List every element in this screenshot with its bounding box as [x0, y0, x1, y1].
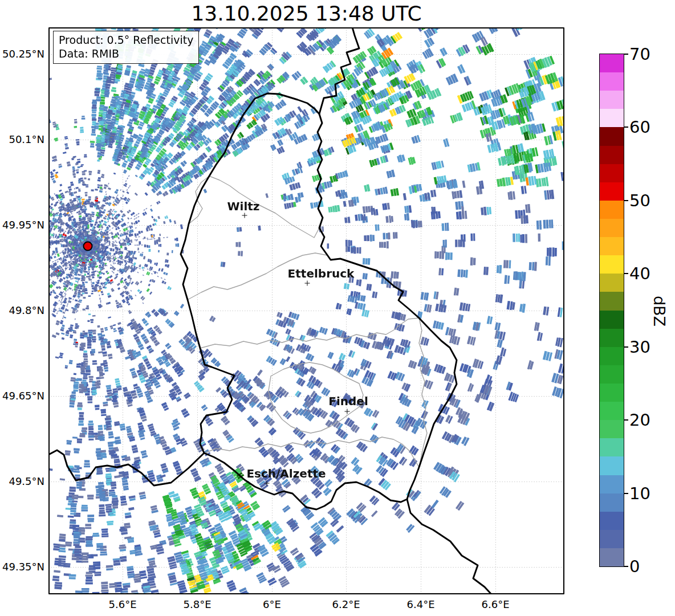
colorbar-tick-label: 20 — [629, 410, 650, 430]
colorbar-segment — [600, 329, 624, 347]
colorbar-segment — [600, 530, 624, 548]
lon-tick-label: 5.6°E — [109, 598, 137, 611]
lon-tick-label: 6.6°E — [482, 598, 510, 611]
colorbar-segment — [600, 91, 624, 109]
marker-bar — [347, 409, 348, 414]
lat-tick-label: 49.95°N — [0, 218, 44, 232]
colorbar-tick-mark — [624, 419, 628, 421]
lat-tick-label: 50.25°N — [0, 47, 44, 61]
colorbar-segment — [600, 438, 624, 456]
colorbar-segment — [600, 402, 624, 420]
colorbar-segment — [600, 420, 624, 438]
dbz-colorbar — [599, 54, 624, 567]
city-plus-marker — [305, 281, 310, 286]
colorbar-segment — [600, 146, 624, 164]
radar-echo-canvas — [48, 27, 564, 594]
city-label: Wiltz — [227, 199, 260, 213]
colorbar-segment — [600, 475, 624, 493]
colorbar-tick-mark — [624, 566, 628, 567]
lat-tick-label: 49.65°N — [0, 389, 44, 403]
city-plus-marker — [242, 213, 247, 218]
colorbar-segment — [600, 237, 624, 255]
colorbar-segment — [600, 201, 624, 219]
lon-tick-label: 5.8°E — [184, 598, 212, 611]
colorbar-segment — [600, 72, 624, 91]
colorbar-segment — [600, 292, 624, 310]
colorbar-segment — [600, 164, 624, 182]
lat-tick-label: 49.5°N — [0, 475, 44, 488]
colorbar-segment — [600, 127, 624, 145]
colorbar-tick-label: 10 — [629, 483, 650, 504]
colorbar-tick-mark — [624, 346, 628, 348]
marker-bar — [307, 281, 308, 286]
colorbar-tick-mark — [624, 493, 628, 494]
colorbar-tick-mark — [624, 127, 628, 128]
product-info-line1: Product: 0.5° Reflectivity — [59, 33, 193, 47]
colorbar-segment — [600, 182, 624, 201]
city-plus-marker — [265, 481, 270, 486]
city-label: Ettelbruck — [288, 267, 355, 280]
map-plot-area: Product: 0.5° Reflectivity Data: RMIB Wi… — [48, 27, 564, 594]
city-plus-marker — [345, 409, 350, 414]
lon-tick-label: 6.2°E — [332, 598, 360, 611]
colorbar-unit-label: dBZ — [650, 294, 668, 328]
colorbar-segment — [600, 109, 624, 127]
colorbar-segment — [600, 54, 624, 72]
colorbar-tick-label: 70 — [629, 44, 650, 64]
product-info-box: Product: 0.5° Reflectivity Data: RMIB — [53, 31, 199, 64]
colorbar-tick-mark — [624, 54, 628, 55]
marker-bar — [244, 213, 245, 218]
colorbar-segment — [600, 493, 624, 512]
colorbar-segment — [600, 512, 624, 530]
colorbar-segment — [600, 219, 624, 237]
marker-bar — [266, 481, 267, 486]
colorbar-tick-label: 30 — [629, 337, 650, 357]
colorbar-segment — [600, 456, 624, 475]
radar-map-figure: 13.10.2025 13:48 UTC Product: 0.5° Refle… — [0, 0, 675, 616]
colorbar-segment — [600, 274, 624, 292]
colorbar-segment — [600, 311, 624, 329]
lat-tick-label: 49.8°N — [0, 304, 44, 317]
colorbar-segment — [600, 347, 624, 365]
colorbar-segment — [600, 365, 624, 384]
colorbar-segment — [600, 255, 624, 274]
lon-tick-label: 6°E — [263, 598, 281, 611]
lat-tick-label: 50.1°N — [0, 133, 44, 146]
colorbar-tick-label: 60 — [629, 117, 650, 137]
radar-site-dot — [83, 242, 93, 251]
colorbar-segment — [600, 384, 624, 402]
colorbar-tick-label: 0 — [629, 556, 640, 577]
figure-title: 13.10.2025 13:48 UTC — [48, 1, 564, 26]
city-label: Esch/Alzette — [246, 467, 326, 480]
colorbar-segment — [600, 548, 624, 566]
colorbar-tick-label: 40 — [629, 263, 650, 284]
colorbar-tick-mark — [624, 200, 628, 201]
colorbar-tick-label: 50 — [629, 190, 650, 211]
product-info-line2: Data: RMIB — [59, 47, 193, 60]
colorbar-tick-mark — [624, 273, 628, 274]
lon-tick-label: 6.4°E — [407, 598, 435, 611]
city-label: Findel — [328, 394, 368, 408]
lat-tick-label: 49.35°N — [0, 560, 44, 574]
